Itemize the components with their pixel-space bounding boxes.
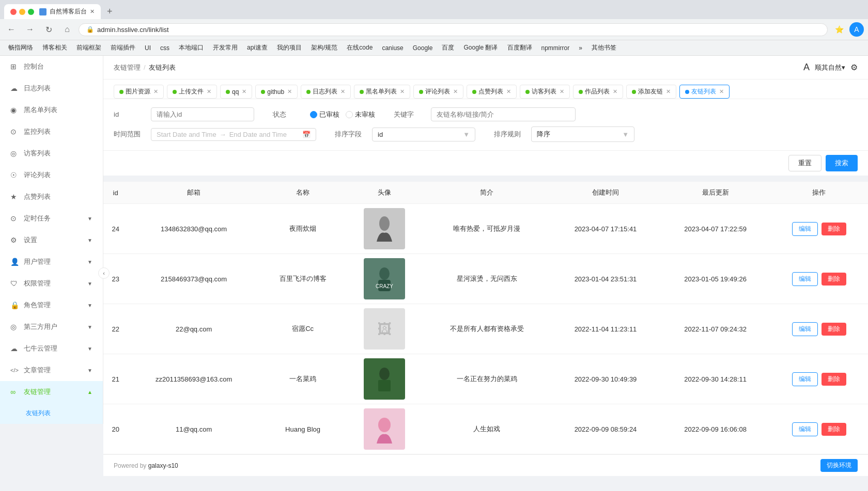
sidebar-item-link-list-sub[interactable]: 友链列表 [0, 403, 103, 424]
tab-close[interactable]: ✕ [506, 88, 511, 95]
extensions-icon[interactable]: ⭐ [832, 22, 846, 37]
bookmark-caniuse[interactable]: caniuse [378, 42, 407, 53]
sidebar-item-link-mgmt[interactable]: ∞ 友链管理 ▲ [0, 381, 103, 403]
tab-上传文件[interactable]: 上传文件 ✕ [167, 85, 217, 99]
tab-close[interactable]: ✕ [719, 88, 724, 95]
home-button[interactable]: ⌂ [60, 22, 74, 37]
edit-button-21[interactable]: 编辑 [792, 372, 818, 386]
bookmark-在线code[interactable]: 在线code [343, 42, 377, 53]
switch-env-button[interactable]: 切换环境 [820, 459, 858, 472]
delete-button-22[interactable]: 删除 [822, 323, 846, 336]
profile-icon[interactable]: A [849, 22, 864, 37]
traffic-light-green[interactable] [28, 9, 34, 15]
traffic-light-red[interactable] [10, 9, 17, 15]
tab-日志列表[interactable]: 日志列表 ✕ [301, 85, 351, 99]
tab-github[interactable]: github ✕ [255, 85, 298, 99]
date-range-picker[interactable]: Start Date and Time → End Date and Time … [151, 128, 316, 141]
sidebar-item-article-mgmt[interactable]: </> 文章管理 ▼ [0, 359, 103, 381]
bookmark-架构规范[interactable]: 架构/规范 [307, 42, 342, 53]
tab-点赞列表[interactable]: 点赞列表 ✕ [467, 85, 517, 99]
sidebar-item-user-mgmt[interactable]: 👤 用户管理 ▼ [0, 251, 103, 273]
tab-友链列表[interactable]: 友链列表 ✕ [679, 85, 730, 99]
translate-icon[interactable]: A [803, 62, 810, 73]
sidebar-item-monitor[interactable]: ⊙ 监控列表 [0, 121, 103, 142]
radio-approved-label: 已审核 [319, 110, 339, 119]
tab-评论列表[interactable]: 评论列表 ✕ [413, 85, 463, 99]
edit-button-22[interactable]: 编辑 [792, 322, 818, 336]
bookmark-baidu-translate[interactable]: 百度翻译 [503, 42, 536, 53]
tab-作品列表[interactable]: 作品列表 ✕ [573, 85, 623, 99]
forward-button[interactable]: → [23, 22, 37, 37]
status-pending[interactable]: 未审核 [346, 110, 375, 119]
tab-close[interactable]: ✕ [287, 88, 292, 95]
bookmark-api速查[interactable]: api速查 [243, 42, 272, 53]
bookmark-开发常用[interactable]: 开发常用 [209, 42, 242, 53]
bookmark-我的项目[interactable]: 我的项目 [273, 42, 306, 53]
sidebar-item-schedule[interactable]: ⊙ 定时任务 ▼ [0, 208, 103, 229]
user-menu[interactable]: 顺其自然▾ [815, 63, 845, 72]
tab-close[interactable]: ✕ [560, 88, 564, 95]
bookmark-前端框架[interactable]: 前端框架 [72, 42, 105, 53]
search-button[interactable]: 搜索 [826, 155, 858, 171]
delete-button-20[interactable]: 删除 [822, 423, 846, 436]
tab-添加友链[interactable]: 添加友链 ✕ [626, 85, 676, 99]
tab-close[interactable]: ✕ [242, 88, 246, 95]
bookmark-css[interactable]: css [156, 42, 174, 53]
tab-close[interactable]: ✕ [153, 88, 158, 95]
tab-close[interactable]: ✕ [613, 88, 617, 95]
sidebar-item-role-mgmt[interactable]: 🔒 角色管理 ▼ [0, 294, 103, 316]
edit-button-23[interactable]: 编辑 [792, 272, 818, 286]
reset-button[interactable]: 重置 [788, 155, 822, 171]
sort-rule-select[interactable]: 降序 ▼ [531, 126, 634, 142]
status-approved[interactable]: 已审核 [310, 110, 339, 119]
bookmark-more[interactable]: » [575, 42, 586, 53]
bookmark-UI[interactable]: UI [141, 42, 155, 53]
tab-close-button[interactable]: ✕ [90, 8, 95, 15]
sidebar-collapse-button[interactable]: ‹ [98, 267, 110, 279]
keyword-input[interactable] [431, 107, 576, 121]
sidebar-item-third-party[interactable]: ◎ 第三方用户 ▼ [0, 316, 103, 338]
tab-close[interactable]: ✕ [207, 88, 211, 95]
delete-button-23[interactable]: 删除 [822, 273, 846, 286]
sidebar-item-visitor[interactable]: ◎ 访客列表 [0, 142, 103, 164]
sidebar-item-blacklist[interactable]: ◉ 黑名单列表 [0, 99, 103, 121]
id-input[interactable] [151, 107, 254, 121]
edit-button-24[interactable]: 编辑 [792, 222, 818, 236]
bookmark-畅指网络[interactable]: 畅指网络 [4, 42, 37, 53]
bookmark-前端插件[interactable]: 前端插件 [106, 42, 140, 53]
tab-图片资源[interactable]: 图片资源 ✕ [114, 85, 164, 99]
sidebar-item-likes[interactable]: ★ 点赞列表 [0, 186, 103, 208]
refresh-button[interactable]: ↻ [41, 22, 56, 37]
traffic-light-yellow[interactable] [19, 9, 25, 15]
sidebar-item-log-list[interactable]: ☁ 日志列表 [0, 77, 103, 99]
sidebar-item-control-panel[interactable]: ⊞ 控制台 [0, 56, 103, 77]
tab-close[interactable]: ✕ [453, 88, 458, 95]
delete-button-21[interactable]: 删除 [822, 373, 846, 386]
bookmark-other[interactable]: 其他书签 [587, 42, 621, 53]
bookmark-google[interactable]: Google [409, 42, 437, 53]
tab-qq[interactable]: qq ✕ [220, 85, 252, 99]
sidebar-item-settings[interactable]: ⚙ 设置 ▼ [0, 229, 103, 251]
tab-访客列表[interactable]: 访客列表 ✕ [520, 85, 570, 99]
bookmark-baidu[interactable]: 百度 [438, 42, 458, 53]
delete-button-24[interactable]: 删除 [822, 223, 846, 235]
address-bar[interactable]: 🔒 admin.hsslive.cn/link/list [79, 23, 828, 36]
settings-header-icon[interactable]: ⚙ [850, 62, 858, 72]
tab-close[interactable]: ✕ [340, 88, 345, 95]
sidebar-item-permission[interactable]: 🛡 权限管理 ▼ [0, 273, 103, 294]
tab-黑名单列表[interactable]: 黑名单列表 ✕ [354, 85, 410, 99]
breadcrumb-parent[interactable]: 友链管理 [114, 63, 141, 72]
sidebar-item-comment[interactable]: ☉ 评论列表 [0, 164, 103, 186]
tab-close[interactable]: ✕ [666, 88, 671, 95]
bookmark-本地端口[interactable]: 本地端口 [175, 42, 208, 53]
tab-close[interactable]: ✕ [400, 88, 405, 95]
sort-field-select[interactable]: id ▼ [372, 128, 475, 141]
back-button[interactable]: ← [4, 22, 19, 37]
active-browser-tab[interactable]: 自然博客后台 ✕ [4, 4, 101, 19]
edit-button-20[interactable]: 编辑 [792, 422, 818, 436]
new-tab-button[interactable]: + [103, 6, 117, 17]
bookmark-npmmirror[interactable]: npmmirror [537, 42, 574, 53]
sidebar-item-qiniu[interactable]: ☁ 七牛云管理 ▼ [0, 338, 103, 359]
bookmark-google-translate[interactable]: Google 翻译 [459, 42, 502, 53]
bookmark-博客相关[interactable]: 博客相关 [38, 42, 71, 53]
